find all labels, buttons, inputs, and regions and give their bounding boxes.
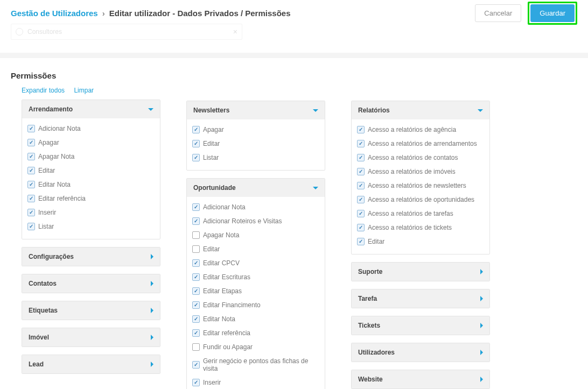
perm-label: Inserir [203,379,221,386]
chevron-right-icon [151,335,153,340]
panel-head-contatos[interactable]: Contatos [22,274,160,293]
checkbox[interactable] [27,209,35,216]
perm-label: Apagar [203,126,224,133]
panel-head-tarefa[interactable]: Tarefa [352,289,489,308]
chevron-down-icon [313,109,318,112]
panel-head-configuracoes[interactable]: Configurações [22,247,160,266]
breadcrumb-separator: › [102,9,105,18]
checkbox[interactable] [192,343,200,351]
checkbox[interactable] [192,126,200,133]
cancel-button[interactable]: Cancelar [475,4,521,22]
panel-title: Arrendamento [29,105,73,113]
spacer [351,87,490,95]
checkbox[interactable] [192,273,200,281]
expand-all-link[interactable]: Expandir todos [22,87,65,94]
perm-label: Listar [203,154,219,161]
checkbox[interactable] [357,140,365,147]
panel-head-imovel[interactable]: Imóvel [22,328,160,346]
checkbox[interactable] [192,203,200,211]
tag-close-icon[interactable]: × [233,27,237,36]
perm-label: Apagar Nota [38,153,74,160]
checkbox[interactable] [192,315,200,323]
panel-title: Website [358,376,383,383]
breadcrumb: Gestão de Utilizadores › Editar utilizad… [11,9,291,18]
save-button[interactable]: Guardar [530,4,575,22]
checkbox[interactable] [192,231,200,239]
checkbox[interactable] [27,195,35,202]
clear-link[interactable]: Limpar [74,87,94,94]
panel-title: Oportunidade [193,184,236,192]
checkbox[interactable] [357,238,365,245]
panel-configuracoes: Configurações [22,247,160,266]
perm-label: Inserir [38,209,56,216]
panel-head-newsletters[interactable]: Newsletters [187,101,325,119]
perm-label: Editar referência [203,329,250,337]
panel-head-oportunidade[interactable]: Oportunidade [187,179,325,197]
column-1: Expandir todos Limpar Arrendamento Adici… [22,87,160,381]
checkbox[interactable] [192,379,200,386]
checkbox[interactable] [27,223,35,230]
tag-input-row[interactable]: Consultores × [11,24,242,40]
checkbox[interactable] [27,181,35,188]
tag-text: Consultores [27,28,62,36]
checkbox[interactable] [27,167,35,174]
perm-label: Editar Financimento [203,301,261,309]
panel-website: Website [351,370,490,389]
panel-head-website[interactable]: Website [352,370,489,388]
perm-label: Acesso a relatórios de tarefas [368,210,453,217]
checkbox[interactable] [27,125,35,132]
perm-label: Apagar [38,139,59,146]
panel-head-etiquetas[interactable]: Etiquetas [22,301,160,320]
chevron-right-icon [480,323,483,328]
perm-label: Editar [203,245,220,253]
panel-relatorios: Relatórios Acesso a relatórios de agênci… [351,101,490,254]
panel-head-utilizadores[interactable]: Utilizadores [352,343,489,362]
breadcrumb-current: Editar utilizador - Dados Privados / Per… [109,9,291,18]
panel-links: Expandir todos Limpar [22,87,160,94]
perm-label: Editar Etapas [203,287,242,295]
chevron-down-icon [313,187,318,189]
header-actions: Cancelar Guardar [475,2,577,25]
checkbox[interactable] [192,140,200,147]
chevron-right-icon [151,254,153,259]
checkbox[interactable] [357,182,365,189]
perm-label: Apagar Nota [203,231,239,239]
checkbox[interactable] [192,245,200,253]
checkbox[interactable] [192,361,200,369]
panel-head-tickets[interactable]: Tickets [352,316,489,335]
panel-title: Contatos [29,280,57,287]
panel-title: Newsletters [193,107,229,114]
checkbox[interactable] [192,217,200,225]
perm-label: Editar Nota [38,181,71,188]
panel-title: Lead [29,360,44,368]
panel-head-lead[interactable]: Lead [22,355,160,373]
checkbox[interactable] [357,168,365,175]
checkbox[interactable] [192,259,200,267]
chevron-down-icon [148,108,153,111]
checkbox[interactable] [357,126,365,133]
chevron-right-icon [151,281,153,286]
checkbox[interactable] [357,154,365,161]
checkbox[interactable] [27,153,35,160]
spacer [186,87,325,95]
chevron-down-icon [478,109,483,112]
checkbox[interactable] [357,196,365,203]
perm-label: Editar Nota [203,315,235,323]
checkbox[interactable] [192,287,200,295]
checkbox[interactable] [192,154,200,161]
perm-label: Adicionar Roteiros e Visitas [203,217,282,225]
panel-title: Tarefa [358,295,377,302]
panel-contatos: Contatos [22,274,160,293]
checkbox[interactable] [27,139,35,146]
panel-head-suporte[interactable]: Suporte [352,263,489,281]
checkbox[interactable] [192,301,200,309]
checkbox[interactable] [357,224,365,231]
perm-label: Listar [38,223,54,230]
panel-head-relatorios[interactable]: Relatórios [352,101,489,119]
checkbox[interactable] [192,329,200,337]
chevron-right-icon [151,362,153,367]
panel-head-arrendamento[interactable]: Arrendamento [22,100,160,118]
breadcrumb-link-users[interactable]: Gestão de Utilizadores [11,9,98,18]
perm-label: Editar referência [38,195,86,202]
checkbox[interactable] [357,210,365,217]
